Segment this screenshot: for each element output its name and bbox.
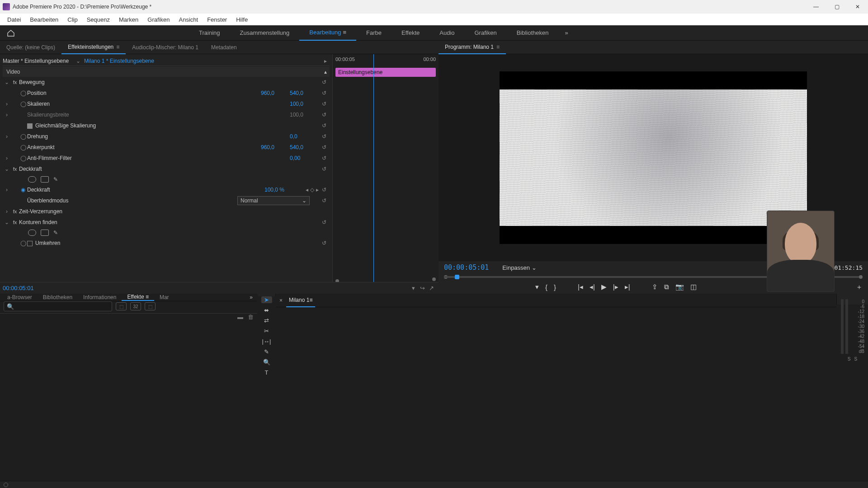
mark-out-button[interactable]: } <box>554 283 556 291</box>
menu-fenster[interactable]: Fenster <box>203 14 231 25</box>
fx-filter-yuv[interactable]: ⬚ <box>145 302 156 310</box>
eff-playhead[interactable] <box>373 54 374 282</box>
workspace-audio[interactable]: Audio <box>429 25 464 41</box>
stopwatch-icon[interactable]: ◯ <box>19 101 27 107</box>
tab-informationen[interactable]: Informationen <box>78 294 122 300</box>
go-to-in-button[interactable]: |◂ <box>578 283 583 291</box>
home-button[interactable] <box>5 28 17 38</box>
tab-quelle[interactable]: Quelle: (keine Clips) <box>0 41 61 54</box>
effect-timeline[interactable]: 00:00:05 00:00 Einstellungsebene <box>332 54 439 282</box>
menu-hilfe[interactable]: Hilfe <box>231 14 252 25</box>
reset-icon[interactable]: ↺ <box>319 79 330 85</box>
tab-effekteinstellungen[interactable]: Effekteinstellungen ≡ <box>61 41 126 54</box>
extract-button[interactable]: ⧉ <box>664 283 669 291</box>
fx-badge[interactable]: fx <box>11 80 19 85</box>
anchor-y[interactable]: 540,0 <box>290 144 319 150</box>
reset-icon[interactable]: ↺ <box>319 112 330 118</box>
close-button[interactable]: ✕ <box>847 0 868 13</box>
twirl-icon[interactable]: › <box>3 155 11 161</box>
uniform-scale-checkbox[interactable]: Gleichmäßige Skalierung <box>27 122 319 129</box>
target-clip-label[interactable]: Milano 1 * Einstellungsebene <box>84 58 154 64</box>
stopwatch-icon[interactable]: ◯ <box>19 144 27 150</box>
tab-media-browser[interactable]: a-Browser <box>2 294 38 300</box>
motion-label[interactable]: Bewegung <box>19 79 319 85</box>
reset-icon[interactable]: ↺ <box>319 166 330 172</box>
reset-icon[interactable]: ↺ <box>319 219 330 225</box>
tab-marken[interactable]: Mar <box>154 294 175 300</box>
tab-metadaten[interactable]: Metadaten <box>205 41 243 54</box>
button-editor[interactable]: ＋ <box>856 283 863 291</box>
mark-in-button[interactable]: { <box>545 283 547 291</box>
position-y[interactable]: 540,0 <box>290 90 319 96</box>
workspace-bearbeitung[interactable]: Bearbeitung ≡ <box>299 25 356 41</box>
solo-right-button[interactable]: S <box>854 357 858 361</box>
tab-menu-icon[interactable]: ≡ <box>116 44 119 50</box>
workspace-zusammenstellung[interactable]: Zusammenstellung <box>230 25 299 41</box>
fx-badge[interactable]: fx <box>11 220 19 225</box>
add-marker-button[interactable]: ▾ <box>535 283 539 291</box>
reset-icon[interactable]: ↺ <box>319 101 330 107</box>
toggle-icon[interactable]: ↗ <box>427 285 436 291</box>
program-video[interactable] <box>500 71 807 244</box>
minimize-button[interactable]: — <box>806 0 826 13</box>
reset-icon[interactable]: ↺ <box>319 144 330 150</box>
pen-tool[interactable]: ✎ <box>261 348 272 355</box>
scale-value[interactable]: 100,0 <box>290 101 319 107</box>
scrub-out-handle[interactable] <box>859 275 863 279</box>
export-frame-button[interactable]: 📷 <box>675 283 684 291</box>
reset-icon[interactable]: ↺ <box>319 197 330 204</box>
scrub-playhead[interactable] <box>455 275 459 279</box>
menu-datei[interactable]: Datei <box>3 14 25 25</box>
twirl-icon[interactable]: › <box>3 133 11 140</box>
lift-button[interactable]: ⇪ <box>652 283 658 291</box>
slip-tool[interactable]: |↔| <box>261 338 272 345</box>
menu-ansicht[interactable]: Ansicht <box>174 14 203 25</box>
master-clip-label[interactable]: Master * Einstellungsebene <box>3 58 69 64</box>
tab-audioclip-mischer[interactable]: Audioclip-Mischer: Milano 1 <box>126 41 205 54</box>
twirl-icon[interactable]: › <box>3 101 11 107</box>
step-back-button[interactable]: ◂| <box>590 283 595 291</box>
track-select-tool[interactable]: ⬌ <box>261 307 272 314</box>
workspace-grafiken[interactable]: Grafiken <box>464 25 506 41</box>
ellipse-mask-icon[interactable] <box>28 176 36 183</box>
fx-badge[interactable]: fx <box>11 166 19 172</box>
selection-tool[interactable]: ➤ <box>261 296 272 303</box>
eff-timeline-clip[interactable]: Einstellungsebene <box>335 68 436 77</box>
reset-icon[interactable]: ↺ <box>319 90 330 96</box>
invert-checkbox[interactable]: Umkehren <box>27 240 319 246</box>
pen-mask-icon[interactable]: ✎ <box>53 176 58 183</box>
twirl-icon[interactable]: › <box>3 187 11 193</box>
razor-tool[interactable]: ✂ <box>261 328 272 334</box>
reset-icon[interactable]: ↺ <box>319 122 330 129</box>
menu-clip[interactable]: Clip <box>63 14 82 25</box>
sequence-tab[interactable]: Milano 1 ≡ <box>286 294 315 307</box>
position-x[interactable]: 960,0 <box>261 90 290 96</box>
fx-filter-32bit[interactable]: 32 <box>130 302 141 310</box>
anchor-x[interactable]: 960,0 <box>261 144 290 150</box>
stopwatch-icon[interactable]: ◯ <box>19 133 27 140</box>
play-button[interactable]: ▶ <box>601 283 607 291</box>
scroll-handle-right[interactable] <box>432 277 436 281</box>
flicker-value[interactable]: 0,00 <box>290 155 319 161</box>
go-to-out-button[interactable]: ▸| <box>625 283 630 291</box>
comparison-view-button[interactable]: ◫ <box>690 283 697 291</box>
opacity-value[interactable]: 100,0 % <box>264 187 293 193</box>
hand-tool[interactable]: 🔍 <box>261 359 272 366</box>
twirl-icon[interactable]: ⌄ <box>3 166 11 172</box>
step-forward-button[interactable]: |▸ <box>613 283 618 291</box>
menu-bearbeiten[interactable]: Bearbeiten <box>25 14 63 25</box>
workspace-effekte[interactable]: Effekte <box>392 25 429 41</box>
twirl-icon[interactable]: ⌄ <box>3 79 11 85</box>
fit-dropdown[interactable]: Einpassen ⌄ <box>502 264 536 271</box>
effect-timecode[interactable]: 00:00:05:01 <box>3 285 34 291</box>
stopwatch-icon[interactable]: ◯ <box>19 90 27 96</box>
delete-icon[interactable]: 🗑 <box>248 314 254 320</box>
twirl-icon[interactable]: › <box>3 112 11 118</box>
pen-mask-icon[interactable]: ✎ <box>53 230 58 236</box>
new-bin-icon[interactable]: ▬ <box>237 314 243 320</box>
program-timecode[interactable]: 00:00:05:01 <box>444 263 489 272</box>
close-sequence-icon[interactable]: × <box>279 297 283 304</box>
reset-icon[interactable]: ↺ <box>319 155 330 161</box>
workspace-overflow[interactable]: » <box>558 25 574 41</box>
tab-menu-icon[interactable]: ≡ <box>496 44 500 50</box>
